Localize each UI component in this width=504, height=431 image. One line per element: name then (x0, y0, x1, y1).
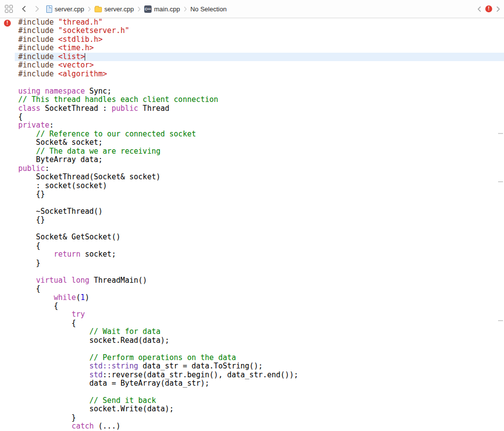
back-button[interactable] (22, 5, 26, 12)
code-line[interactable]: #include "thread.h" (15, 18, 504, 27)
folder-icon (94, 7, 102, 12)
code-line[interactable]: { (15, 285, 504, 293)
breadcrumb-item-main-cpp[interactable]: C++ main.cpp (144, 5, 180, 13)
code-line[interactable] (15, 345, 504, 353)
previous-issue-button[interactable] (477, 6, 481, 12)
code-line[interactable] (15, 199, 504, 207)
related-items-square (9, 5, 13, 8)
code-token-pln: {} (18, 190, 45, 199)
code-line[interactable]: std::reverse(data_str.begin(), data_str.… (15, 371, 504, 379)
code-line[interactable]: #include <time.h> (15, 44, 504, 52)
code-line[interactable] (15, 388, 504, 396)
code-line[interactable]: try (15, 310, 504, 319)
code-line[interactable]: socket.Write(data); (15, 405, 504, 413)
code-line[interactable]: Socket& GetSocket() (15, 233, 504, 241)
gutter[interactable]: ! (0, 18, 15, 431)
code-lines: #include "thread.h"#include "socketserve… (15, 18, 504, 431)
code-token-pln: ::reverse(data_str.begin(), data_str.end… (103, 370, 298, 379)
code-line[interactable] (15, 225, 504, 233)
related-items-square (5, 5, 8, 8)
breadcrumb-separator-icon (184, 6, 187, 12)
code-line[interactable]: // Send it back (15, 397, 504, 405)
code-token-pln (18, 250, 54, 259)
code-line[interactable]: {} (15, 216, 504, 224)
code-line[interactable]: { (15, 113, 504, 121)
code-token-pre: #include (18, 26, 58, 35)
scrollbar-mark (498, 133, 503, 134)
related-items-icon[interactable] (5, 5, 13, 13)
code-line[interactable]: #include <algorithm> (15, 70, 504, 78)
code-token-kw: return (54, 250, 80, 259)
code-token-pln: } (18, 259, 40, 267)
code-line[interactable]: data = ByteArray(data_str); (15, 379, 504, 388)
code-line[interactable]: class SocketThread : public Thread (15, 104, 504, 113)
code-line[interactable]: // Reference to our connected socket (15, 130, 504, 138)
chevron-right-icon (35, 5, 39, 12)
code-token-pln: {} (18, 215, 45, 224)
code-line[interactable]: #include <stdlib.h> (15, 35, 504, 44)
code-line[interactable]: while(1) (15, 294, 504, 302)
code-line[interactable]: catch (...) (15, 422, 504, 431)
code-token-str: "thread.h" (58, 18, 102, 27)
breadcrumb-item-group[interactable]: server.cpp (94, 5, 134, 13)
code-line[interactable]: using namespace Sync; (15, 87, 504, 96)
code-token-kw: virtual long (36, 276, 89, 285)
code-line[interactable]: std::string data_str = data.ToString(); (15, 362, 504, 370)
forward-button[interactable] (35, 5, 39, 12)
code-token-typ: std (90, 370, 103, 379)
breadcrumb-item-selection[interactable]: No Selection (190, 5, 227, 13)
code-token-kw: public (18, 164, 45, 173)
code-line[interactable]: virtual long ThreadMain() (15, 276, 504, 285)
breadcrumb-item-file[interactable]: server.cpp (46, 5, 84, 13)
line-error-icon[interactable]: ! (4, 20, 11, 27)
jump-bar: server.cpp server.cpp C++ main.cpp No Se… (0, 0, 504, 18)
code-token-pln (18, 147, 36, 156)
code-line[interactable]: socket.Read(data); (15, 336, 504, 345)
code-token-pln (18, 310, 71, 319)
code-line[interactable]: // Wait for data (15, 328, 504, 336)
code-line[interactable]: : socket(socket) (15, 182, 504, 190)
code-token-pln: ThreadMain() (90, 276, 147, 285)
code-token-pre: #include (18, 35, 58, 44)
related-items-square (9, 9, 13, 13)
code-line[interactable]: { (15, 242, 504, 250)
code-token-pln: } (18, 413, 76, 422)
code-line[interactable]: } (15, 414, 504, 422)
code-token-pln: data_str = data.ToString(); (138, 362, 263, 370)
code-token-pln (18, 353, 90, 362)
code-token-pln: Sync; (85, 87, 111, 96)
code-token-pln (18, 327, 90, 336)
code-line[interactable]: // The data we are receiving (15, 147, 504, 156)
scrollbar[interactable] (497, 18, 504, 431)
code-token-kw: using namespace (18, 87, 85, 96)
code-line[interactable]: { (15, 302, 504, 310)
code-token-pre: #include (18, 69, 58, 78)
code-token-pln (18, 130, 36, 138)
code-token-kw: private (18, 121, 49, 130)
error-badge[interactable]: ! (485, 5, 492, 12)
code-line[interactable]: ~SocketThread() (15, 207, 504, 216)
code-line[interactable]: } (15, 259, 504, 267)
code-line[interactable]: ByteArray data; (15, 156, 504, 164)
code-line[interactable]: #include "socketserver.h" (15, 27, 504, 35)
breadcrumb-label: main.cpp (154, 5, 180, 13)
related-items-square (5, 9, 8, 13)
code-line[interactable]: return socket; (15, 250, 504, 259)
code-token-pln: { (18, 112, 23, 121)
code-token-str: <list> (58, 52, 85, 61)
code-line[interactable]: Socket& socket; (15, 138, 504, 147)
code-line[interactable]: private: (15, 121, 504, 130)
next-issue-button[interactable] (496, 6, 500, 12)
code-line[interactable]: // Perform operations on the data (15, 354, 504, 362)
code-token-pln (18, 362, 90, 370)
code-line[interactable]: #include <vector> (15, 61, 504, 69)
code-line[interactable] (15, 267, 504, 276)
code-line[interactable]: public: (15, 165, 504, 173)
code-line[interactable]: #include <list> (15, 53, 504, 61)
code-line[interactable]: { (15, 319, 504, 328)
code-line[interactable] (15, 78, 504, 87)
code-token-kw: class (18, 104, 40, 113)
code-line[interactable]: {} (15, 190, 504, 199)
code-line[interactable]: SocketThread(Socket& socket) (15, 173, 504, 181)
code-line[interactable]: // This thread handles each client conne… (15, 96, 504, 104)
